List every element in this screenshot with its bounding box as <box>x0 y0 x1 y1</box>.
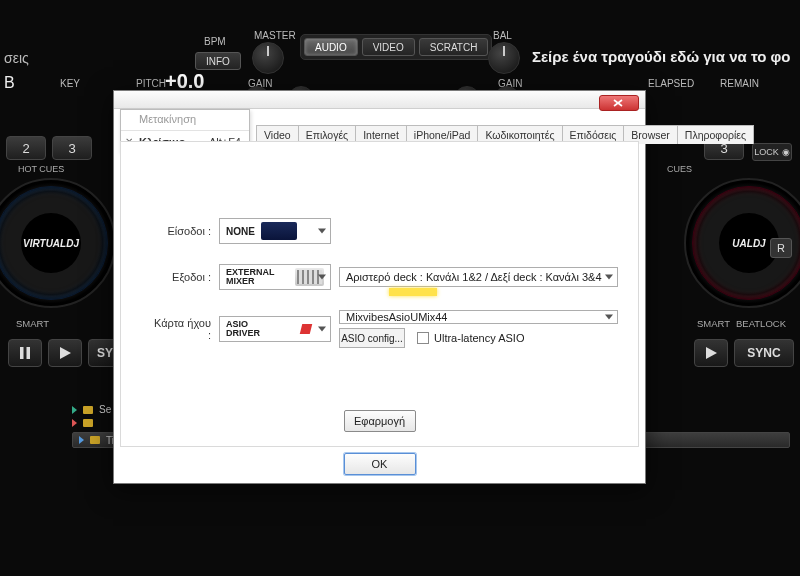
play-button-left[interactable] <box>48 339 82 367</box>
key-label: KEY <box>60 78 80 89</box>
ultra-latency-checkbox[interactable] <box>417 332 429 344</box>
bpm-label: BPM <box>204 36 226 47</box>
deck-sigma-label: σεις <box>4 50 29 66</box>
pitch-label: PITCH <box>136 78 166 89</box>
cues-right-label: CUES <box>667 164 692 174</box>
audio-tab[interactable]: AUDIO <box>304 38 358 56</box>
soundcard-row: Κάρτα ήχου : ASIO DRIVER MixvibesAsioUMi… <box>151 310 618 348</box>
hotcue-2[interactable]: 2 <box>6 136 46 160</box>
play-icon <box>59 347 71 359</box>
arrow-icon <box>79 436 84 444</box>
master-knob[interactable] <box>252 42 284 74</box>
asio-config-button[interactable]: ASIO config... <box>339 328 405 348</box>
apply-button[interactable]: Εφαρμογή <box>344 410 416 432</box>
outputs-combo[interactable]: EXTERNAL MIXER <box>219 264 331 290</box>
soundcard-device-combo[interactable]: MixvibesAsioUMix44 <box>339 310 618 324</box>
browser-row-1[interactable]: Se <box>72 404 111 415</box>
info-button[interactable]: INFO <box>195 52 241 70</box>
hotcues-label: HOT CUES <box>18 164 64 174</box>
svg-rect-1 <box>27 347 31 359</box>
bal-label: BAL <box>493 30 512 41</box>
close-icon <box>613 99 625 107</box>
chevron-down-icon <box>318 229 326 234</box>
pause-icon <box>19 347 31 359</box>
lock-button[interactable]: LOCK◉ <box>752 143 792 161</box>
folder-icon <box>90 436 100 444</box>
inputs-label: Είσοδοι : <box>151 225 211 237</box>
mode-tab-group: AUDIO VIDEO SCRATCH <box>300 34 492 60</box>
outputs-label: Εξοδοι : <box>151 271 211 283</box>
highlight-marker <box>389 288 437 296</box>
dialog-titlebar[interactable] <box>114 91 645 109</box>
play-icon <box>705 347 717 359</box>
browser-tree: Se <box>72 404 111 427</box>
play-button-right[interactable] <box>694 339 728 367</box>
pause-button-left[interactable] <box>8 339 42 367</box>
close-button[interactable] <box>599 95 639 111</box>
svg-rect-0 <box>20 347 24 359</box>
chevron-down-icon <box>318 327 326 332</box>
folder-icon <box>83 419 93 427</box>
remain-label: REMAIN <box>720 78 759 89</box>
soundcard-combo[interactable]: ASIO DRIVER <box>219 316 331 342</box>
ok-button[interactable]: OK <box>344 453 416 475</box>
tab-info[interactable]: Πληροφορίες <box>677 125 754 144</box>
svg-marker-3 <box>706 347 717 359</box>
chevron-down-icon <box>605 275 613 280</box>
transport-left: SY <box>8 338 122 368</box>
elapsed-label: ELAPSED <box>648 78 694 89</box>
hotcue-3[interactable]: 3 <box>52 136 92 160</box>
ultra-latency-label: Ultra-latency ASIO <box>434 332 524 344</box>
arrow-icon <box>72 419 77 427</box>
transport-right: SYNC <box>694 338 794 368</box>
r-button[interactable]: R <box>770 238 792 258</box>
menu-separator <box>121 130 249 131</box>
smart-left-label: SMART <box>16 318 49 329</box>
drag-track-message: Σείρε ένα τραγούδι εδώ για να το φο <box>532 48 796 65</box>
inputs-thumb-icon <box>261 222 297 240</box>
inputs-combo[interactable]: NONE <box>219 218 331 244</box>
deck-b-label: B <box>4 74 15 92</box>
arrow-icon <box>72 406 77 414</box>
jog-brand-left: VIRTUALDJ <box>21 213 81 273</box>
sysmenu-move[interactable]: Μετακίνηση <box>121 110 249 128</box>
jog-wheel-left[interactable]: VIRTUALDJ <box>0 178 116 308</box>
smart-right-label: SMART <box>697 318 730 329</box>
sound-setup-panel: Είσοδοι : NONE Εξοδοι : EXTERNAL MIXER Α… <box>120 141 639 447</box>
hotcue-row-left: 2 3 <box>6 136 92 160</box>
outputs-row: Εξοδοι : EXTERNAL MIXER Αριστερό deck : … <box>151 264 618 290</box>
chevron-down-icon <box>318 275 326 280</box>
svg-marker-2 <box>60 347 71 359</box>
sync-button-right[interactable]: SYNC <box>734 339 794 367</box>
chevron-down-icon <box>605 315 613 320</box>
beatlock-label: BEATLOCK <box>736 318 786 329</box>
folder-icon <box>83 406 93 414</box>
scratch-tab[interactable]: SCRATCH <box>419 38 489 56</box>
balance-knob[interactable] <box>488 42 520 74</box>
browser-row-2[interactable] <box>72 419 111 427</box>
video-tab[interactable]: VIDEO <box>362 38 415 56</box>
soundcard-label: Κάρτα ήχου : <box>151 317 211 341</box>
settings-dialog: Μετακίνηση ✕ Κλείσιμο Alt+F4 Video Επιλο… <box>113 90 646 484</box>
outputs-routing-combo[interactable]: Αριστερό deck : Κανάλι 1&2 / Δεξί deck :… <box>339 267 618 287</box>
inputs-row: Είσοδοι : NONE <box>151 218 618 244</box>
master-label: MASTER <box>254 30 296 41</box>
